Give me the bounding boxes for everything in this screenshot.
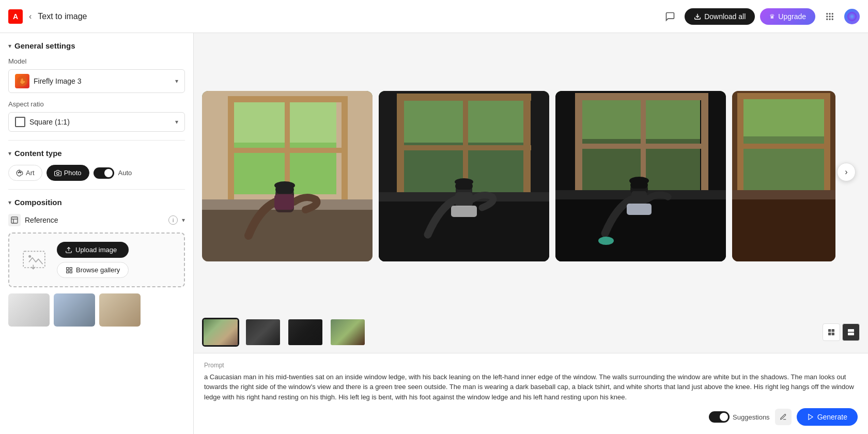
thumbnail-4-bg [331, 319, 365, 345]
suggestions-switch[interactable] [709, 411, 730, 423]
svg-rect-80 [732, 190, 835, 199]
photo-type-button[interactable]: Photo [47, 165, 89, 181]
content-area: › [194, 33, 868, 434]
svg-point-10 [847, 12, 857, 21]
aspect-ratio-name: Square (1:1) [29, 118, 70, 126]
auto-toggle[interactable] [94, 167, 114, 179]
image-gallery: › [194, 33, 868, 312]
svg-rect-86 [848, 332, 854, 335]
composition-title: Composition [14, 198, 62, 207]
svg-rect-23 [70, 271, 72, 273]
gallery-image-3[interactable] [555, 91, 726, 261]
svg-rect-16 [11, 217, 18, 223]
gallery-image-1[interactable] [202, 91, 373, 261]
reference-section: Reference i ▾ Upload image [8, 214, 185, 327]
edit-prompt-button[interactable] [775, 409, 792, 425]
svg-rect-22 [67, 271, 69, 273]
art-type-button[interactable]: Art [8, 165, 42, 181]
sidebar: ▾ General settings Model Firefly Image 3… [0, 33, 194, 434]
main-layout: ▾ General settings Model Firefly Image 3… [0, 33, 868, 434]
aspect-ratio-label: Aspect ratio [8, 100, 185, 108]
model-select[interactable]: Firefly Image 3 ▾ [8, 69, 185, 93]
model-select-inner: Firefly Image 3 [15, 74, 82, 88]
model-name: Firefly Image 3 [34, 77, 82, 85]
browse-gallery-button[interactable]: Browse gallery [57, 262, 129, 278]
content-type-buttons: Art Photo Auto [8, 165, 185, 181]
svg-rect-32 [202, 205, 373, 261]
thumbnail-3[interactable] [287, 318, 324, 347]
composition-chevron: ▾ [8, 199, 11, 206]
header-right: Download all ♛ Upgrade [661, 7, 860, 26]
prompt-footer: Suggestions Generate [204, 408, 858, 426]
app-header: A ‹ Text to image Download all ♛ Upgrade [0, 0, 868, 33]
reference-info-icon[interactable]: i [168, 215, 178, 225]
reference-chevron-icon: ▾ [182, 216, 185, 224]
prompt-text: a Caucasian man in his mid-twenties sat … [204, 372, 858, 402]
reference-header: Reference i ▾ [8, 214, 185, 226]
view-toggle [823, 323, 860, 341]
svg-rect-21 [70, 267, 72, 269]
svg-rect-4 [826, 16, 828, 17]
svg-rect-9 [832, 18, 833, 20]
svg-rect-85 [848, 329, 854, 332]
upload-image-button[interactable]: Upload image [57, 242, 129, 258]
gallery-next-arrow[interactable]: › [837, 163, 856, 181]
model-label: Model [8, 57, 185, 65]
gallery-image-2[interactable] [379, 91, 549, 261]
svg-rect-53 [455, 192, 473, 207]
apps-grid-button[interactable] [820, 7, 839, 26]
svg-point-14 [19, 171, 20, 172]
download-all-button[interactable]: Download all [685, 8, 755, 25]
thumbnail-4[interactable] [329, 318, 366, 347]
upgrade-button[interactable]: ♛ Upgrade [760, 8, 815, 25]
page-title: Text to image [38, 12, 87, 21]
svg-rect-20 [67, 267, 69, 269]
gallery-image-4-svg [732, 91, 835, 261]
svg-rect-38 [274, 194, 294, 210]
grid-icon [827, 328, 835, 336]
auto-toggle-row: Auto [94, 167, 132, 179]
chat-icon-button[interactable] [661, 7, 679, 26]
general-settings-chevron: ▾ [8, 42, 11, 50]
model-chevron-icon: ▾ [175, 78, 178, 85]
svg-rect-79 [732, 192, 835, 261]
svg-rect-37 [275, 185, 294, 194]
gallery-image-4[interactable] [732, 91, 835, 261]
svg-point-12 [18, 172, 19, 173]
back-button[interactable]: ‹ [27, 10, 34, 23]
model-thumbnail [15, 74, 29, 88]
composition-header[interactable]: ▾ Composition [8, 198, 185, 207]
svg-rect-77 [737, 93, 830, 99]
adobe-logo[interactable]: A [8, 9, 23, 24]
avatar[interactable] [844, 9, 860, 24]
upload-placeholder [18, 243, 51, 276]
general-settings-header[interactable]: ▾ General settings [8, 41, 185, 50]
upload-image-icon [21, 247, 47, 273]
generate-button[interactable]: Generate [797, 408, 858, 426]
divider-1 [8, 140, 185, 141]
reference-thumb-1[interactable] [8, 293, 50, 327]
prompt-label: Prompt [204, 362, 858, 369]
reference-thumbnails [8, 293, 185, 327]
grid-view-button[interactable] [823, 323, 840, 341]
svg-marker-87 [809, 414, 813, 420]
content-type-header[interactable]: ▾ Content type [8, 149, 185, 158]
reference-thumb-3[interactable] [99, 293, 141, 327]
svg-rect-74 [742, 95, 825, 136]
svg-rect-8 [829, 18, 831, 20]
content-type-title: Content type [14, 149, 62, 158]
aspect-ratio-inner: Square (1:1) [15, 117, 70, 127]
download-icon [694, 13, 701, 20]
svg-rect-81 [828, 329, 831, 332]
svg-rect-52 [455, 182, 473, 190]
art-icon [16, 169, 23, 177]
svg-rect-6 [832, 16, 833, 17]
thumbnail-1[interactable] [202, 318, 239, 347]
thumbnail-2[interactable] [244, 318, 282, 347]
composition-icon [10, 216, 19, 224]
reference-thumb-2[interactable] [54, 293, 95, 327]
list-view-button[interactable] [842, 323, 860, 341]
thumbnail-1-bg [204, 319, 238, 345]
svg-rect-84 [832, 332, 834, 335]
aspect-ratio-select[interactable]: Square (1:1) ▾ [8, 112, 185, 132]
